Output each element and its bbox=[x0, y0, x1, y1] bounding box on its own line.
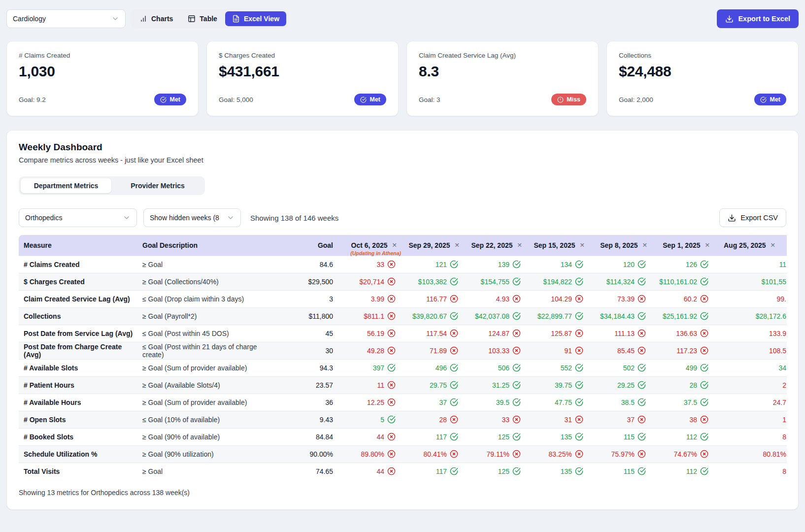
bar-chart-icon bbox=[139, 15, 147, 23]
remove-week-x-icon[interactable]: ✕ bbox=[705, 241, 710, 249]
view-switcher: Charts Table Excel View bbox=[131, 9, 288, 28]
week-value-cell: 115 bbox=[590, 463, 653, 480]
metric-value: 60.2 bbox=[684, 295, 697, 303]
week-value-cell: 37.5 bbox=[653, 394, 715, 411]
x-circle-icon bbox=[387, 398, 396, 406]
week-value-cell: 33 bbox=[340, 256, 402, 273]
week-value-cell: 85.45 bbox=[590, 342, 653, 359]
check-circle-icon bbox=[575, 364, 583, 372]
check-circle-icon bbox=[575, 277, 583, 286]
check-circle-icon bbox=[637, 432, 646, 441]
metric-value: 33 bbox=[376, 261, 384, 268]
metric-row: $ Charges Created ≥ Goal (Collections/40… bbox=[19, 273, 787, 290]
export-csv-button[interactable]: Export CSV bbox=[719, 208, 786, 227]
metrics-table-container[interactable]: Measure Goal Description Goal Oct 6, 202… bbox=[19, 235, 787, 480]
week-value-cell: 29.25 bbox=[590, 376, 653, 394]
goal-cell: $11,800 bbox=[276, 307, 340, 325]
filter-department-value: Orthopedics bbox=[25, 214, 62, 222]
metric-value: 115 bbox=[624, 433, 635, 441]
metric-value: 116.77 bbox=[426, 295, 447, 303]
week-value-cell: 117.23 bbox=[653, 342, 715, 359]
remove-week-x-icon[interactable]: ✕ bbox=[771, 241, 775, 249]
tab-label: Department Metrics bbox=[34, 182, 99, 190]
metric-value: 28 bbox=[689, 381, 697, 389]
week-value-cell: 89.80% bbox=[340, 445, 402, 463]
remove-week-x-icon[interactable]: ✕ bbox=[580, 241, 585, 249]
metric-value: 1 bbox=[782, 416, 786, 424]
week-value-cell: $114,324 bbox=[590, 273, 653, 290]
week-column-header-oct-6-2025: Oct 6, 2025 ✕ (Updating in Athena) bbox=[340, 235, 402, 256]
check-circle-icon bbox=[512, 381, 521, 389]
metric-value: 91 bbox=[564, 347, 572, 355]
page: Cardiology Charts Table Excel View Expor… bbox=[0, 0, 805, 510]
metric-value: 24.7 bbox=[773, 399, 786, 406]
week-value-cell: 133.9 bbox=[715, 325, 787, 342]
check-circle-icon bbox=[575, 432, 583, 441]
metric-value: 47.75 bbox=[555, 399, 572, 406]
view-button-table[interactable]: Table bbox=[181, 11, 224, 26]
metric-row: # Booked Slots ≥ Goal (90% of available)… bbox=[19, 428, 787, 445]
week-value-cell: $101,55 bbox=[715, 273, 787, 290]
chevron-down-icon bbox=[123, 214, 131, 222]
export-to-excel-label: Export to Excel bbox=[738, 15, 790, 23]
week-value-cell: $811.1 bbox=[340, 307, 402, 325]
status-badge: Met bbox=[754, 94, 786, 105]
tab-provider-metrics[interactable]: Provider Metrics bbox=[112, 178, 203, 193]
metric-value: 12.25 bbox=[367, 399, 384, 406]
week-value-cell: 38.5 bbox=[590, 394, 653, 411]
week-column-header-sep-22-2025: Sep 22, 2025 ✕ bbox=[465, 235, 528, 256]
week-column-header-sep-8-2025: Sep 8, 2025 ✕ bbox=[590, 235, 653, 256]
week-value-cell: 397 bbox=[340, 359, 402, 376]
remove-week-x-icon[interactable]: ✕ bbox=[455, 241, 460, 249]
week-label: Aug 25, 2025 bbox=[724, 241, 766, 249]
week-value-cell: 44 bbox=[340, 428, 402, 445]
week-value-cell: 71.89 bbox=[402, 342, 465, 359]
goal-cell: 23.57 bbox=[276, 376, 340, 394]
remove-week-x-icon[interactable]: ✕ bbox=[392, 241, 397, 249]
week-value-cell: 12.25 bbox=[340, 394, 402, 411]
check-circle-icon bbox=[512, 277, 521, 286]
x-circle-icon bbox=[387, 346, 396, 355]
metric-value: 499 bbox=[686, 364, 697, 372]
remove-week-x-icon[interactable]: ✕ bbox=[642, 241, 647, 249]
measure-cell: # Patient Hours bbox=[19, 376, 140, 394]
metric-value: $114,324 bbox=[606, 278, 635, 286]
x-circle-icon bbox=[637, 415, 646, 424]
tab-department-metrics[interactable]: Department Metrics bbox=[21, 178, 111, 193]
check-circle-icon bbox=[450, 364, 458, 372]
metric-value: 506 bbox=[498, 364, 509, 372]
table-footer-text: Showing 13 metrics for Orthopedics acros… bbox=[19, 489, 786, 497]
view-button-charts[interactable]: Charts bbox=[133, 11, 180, 26]
x-circle-icon bbox=[512, 295, 521, 303]
goal-description-cell: ≤ Goal (10% of available) bbox=[140, 411, 276, 428]
status-label: Met bbox=[369, 96, 380, 103]
week-value-cell: 29.75 bbox=[402, 376, 465, 394]
week-value-cell: 112 bbox=[653, 463, 715, 480]
measure-cell: Schedule Utilization % bbox=[19, 445, 140, 463]
department-select[interactable]: Cardiology bbox=[6, 9, 126, 28]
goal-cell: 94.3 bbox=[276, 359, 340, 376]
metric-value: 39.5 bbox=[496, 399, 509, 406]
check-circle-icon bbox=[637, 381, 646, 389]
week-value-cell: 117 bbox=[402, 428, 465, 445]
remove-week-x-icon[interactable]: ✕ bbox=[517, 241, 522, 249]
week-value-cell: 136.63 bbox=[653, 325, 715, 342]
week-value-cell: $110,161.02 bbox=[653, 273, 715, 290]
goal-description-cell: ≥ Goal (Payroll*2) bbox=[140, 307, 276, 325]
check-circle-icon bbox=[512, 467, 521, 475]
kpi-value: 1,030 bbox=[19, 63, 186, 80]
metric-value: 38.5 bbox=[621, 399, 635, 406]
week-value-cell: $39,820.67 bbox=[402, 307, 465, 325]
week-value-cell: 496 bbox=[402, 359, 465, 376]
week-value-cell: 79.11% bbox=[465, 445, 528, 463]
weekly-dashboard-card: Weekly Dashboard Compare metrics across … bbox=[6, 130, 799, 510]
hidden-weeks-select[interactable]: Show hidden weeks (8 bbox=[143, 208, 241, 227]
kpi-card-row: # Claims Created 1,030 Goal: 9.2 Met $ C… bbox=[6, 41, 799, 116]
metric-value: 496 bbox=[436, 364, 447, 372]
filter-department-select[interactable]: Orthopedics bbox=[19, 208, 137, 227]
week-column-header-sep-15-2025: Sep 15, 2025 ✕ bbox=[528, 235, 590, 256]
export-to-excel-button[interactable]: Export to Excel bbox=[717, 9, 799, 28]
week-value-cell: 39.5 bbox=[465, 394, 528, 411]
week-value-cell: 502 bbox=[590, 359, 653, 376]
view-button-excel-view[interactable]: Excel View bbox=[225, 11, 286, 26]
